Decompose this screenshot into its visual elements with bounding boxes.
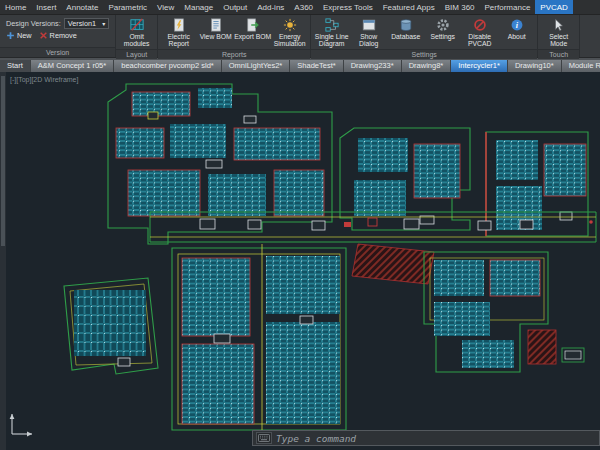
pv-array[interactable] bbox=[274, 170, 324, 216]
show-dialog-button[interactable]: Show Dialog bbox=[350, 16, 387, 48]
menu-manage[interactable]: Manage bbox=[179, 0, 218, 14]
pv-array[interactable] bbox=[490, 260, 540, 296]
menu-output[interactable]: Output bbox=[218, 0, 252, 14]
energy-simulation-button[interactable]: Energy Simulation bbox=[271, 16, 308, 48]
new-version-label: New bbox=[17, 31, 32, 40]
pv-array[interactable] bbox=[434, 302, 490, 336]
settings-group-label[interactable]: Settings bbox=[311, 49, 537, 59]
menu-express-tools[interactable]: Express Tools bbox=[318, 0, 378, 14]
menu-annotate[interactable]: Annotate bbox=[61, 0, 103, 14]
omit-modules-icon bbox=[130, 18, 144, 32]
energy-simulation-sun-icon bbox=[283, 18, 297, 32]
settings-button[interactable]: Settings bbox=[424, 16, 461, 48]
left-scrollbar-thumb[interactable] bbox=[1, 76, 5, 246]
roof-equipment bbox=[560, 212, 572, 220]
pv-array[interactable] bbox=[266, 256, 340, 314]
tab-drawing8[interactable]: Drawing8* bbox=[402, 60, 452, 72]
pv-array[interactable] bbox=[182, 258, 250, 336]
database-label: Database bbox=[391, 33, 420, 40]
site-plan-drawing[interactable]: [-][Top][2D Wireframe] bbox=[0, 72, 600, 450]
keepout-hatch-area bbox=[528, 330, 556, 364]
tab-drawing10[interactable]: Drawing10* bbox=[508, 60, 562, 72]
command-line-bar[interactable]: Type a command bbox=[252, 430, 600, 446]
pv-array[interactable] bbox=[462, 340, 514, 368]
single-line-diagram-button[interactable]: Single Line Diagram bbox=[313, 16, 350, 48]
keyboard-icon[interactable] bbox=[256, 432, 272, 444]
pv-array[interactable] bbox=[358, 138, 408, 172]
pv-array[interactable] bbox=[182, 344, 254, 424]
menu-parametric[interactable]: Parametric bbox=[103, 0, 152, 14]
building-southwest bbox=[64, 278, 158, 374]
menu-pvcad[interactable]: PVCAD bbox=[535, 0, 573, 14]
view-bom-icon bbox=[209, 18, 223, 32]
about-button[interactable]: i About bbox=[498, 16, 535, 48]
pv-array[interactable] bbox=[170, 124, 226, 158]
tab-start[interactable]: Start bbox=[0, 60, 31, 72]
roof-equipment bbox=[148, 112, 158, 119]
pv-array[interactable] bbox=[132, 92, 190, 116]
database-button[interactable]: Database bbox=[387, 16, 424, 48]
pv-array[interactable] bbox=[354, 180, 406, 216]
tab-intercycler1-active[interactable]: Intercycler1* bbox=[451, 60, 508, 72]
pv-array[interactable] bbox=[266, 322, 340, 424]
disable-no-entry-icon bbox=[473, 18, 487, 32]
alert-marker bbox=[368, 218, 377, 226]
remove-version-button[interactable]: Remove bbox=[39, 31, 81, 40]
select-mode-button[interactable]: Select Mode bbox=[540, 16, 577, 48]
view-bom-label: View BOM bbox=[200, 33, 232, 40]
tab-am-concept[interactable]: A&M Concept 1 r05* bbox=[31, 60, 114, 72]
ucs-axis-icon bbox=[10, 414, 32, 436]
building-northeast bbox=[486, 132, 593, 236]
version-select-value: Version1 bbox=[68, 19, 96, 28]
touch-group-label[interactable]: Touch bbox=[538, 49, 579, 59]
command-prompt-input[interactable]: Type a command bbox=[276, 433, 356, 444]
pv-array[interactable] bbox=[544, 144, 586, 196]
pv-array[interactable] bbox=[496, 186, 542, 230]
ribbon-group-layout: Omit modules Layout bbox=[116, 15, 158, 57]
version-select[interactable]: Version1 ▾ bbox=[64, 18, 109, 29]
pv-array[interactable] bbox=[434, 260, 484, 296]
select-cursor-icon bbox=[552, 18, 566, 32]
left-scrollbar[interactable] bbox=[0, 72, 6, 450]
model-space-canvas[interactable]: [-][Top][2D Wireframe] bbox=[0, 72, 600, 450]
menu-featured-apps[interactable]: Featured Apps bbox=[378, 0, 440, 14]
view-bom-button[interactable]: View BOM bbox=[197, 16, 234, 48]
pv-array[interactable] bbox=[74, 290, 146, 356]
layout-group-label[interactable]: Layout bbox=[116, 49, 157, 59]
menu-home[interactable]: Home bbox=[0, 0, 31, 14]
pv-array[interactable] bbox=[208, 174, 266, 216]
new-version-button[interactable]: New bbox=[6, 31, 36, 40]
pv-array[interactable] bbox=[116, 128, 164, 158]
remove-version-label: Remove bbox=[50, 31, 77, 40]
menu-add-ins[interactable]: Add-ins bbox=[252, 0, 289, 14]
menu-insert[interactable]: Insert bbox=[31, 0, 61, 14]
pv-array[interactable] bbox=[234, 128, 320, 160]
disable-pvcad-label: Disable PVCAD bbox=[461, 33, 498, 48]
electric-report-button[interactable]: Electric Report bbox=[160, 16, 197, 48]
reports-group-label[interactable]: Reports bbox=[158, 49, 310, 59]
tab-beachcomber[interactable]: beachcomber pvcomp2 sld* bbox=[114, 60, 222, 72]
tab-omnilight[interactable]: OmniLightYes2* bbox=[222, 60, 291, 72]
pvcad-app-window: Home Insert Annotate Parametric View Man… bbox=[0, 0, 600, 450]
version-group-label[interactable]: Version bbox=[0, 47, 115, 57]
menu-view[interactable]: View bbox=[152, 0, 179, 14]
tab-shadetest[interactable]: ShadeTest* bbox=[290, 60, 343, 72]
tab-drawing233[interactable]: Drawing233* bbox=[344, 60, 402, 72]
omit-modules-button[interactable]: Omit modules bbox=[118, 16, 155, 48]
menu-performance[interactable]: Performance bbox=[480, 0, 536, 14]
pv-array[interactable] bbox=[198, 88, 232, 108]
design-versions-label: Design Versions: bbox=[6, 19, 61, 28]
pv-array[interactable] bbox=[496, 140, 538, 180]
alert-marker bbox=[589, 220, 593, 224]
database-icon bbox=[399, 18, 413, 32]
pv-array[interactable] bbox=[128, 170, 200, 216]
about-info-icon: i bbox=[510, 18, 524, 32]
menu-bim-360[interactable]: BIM 360 bbox=[440, 0, 480, 14]
disable-pvcad-button[interactable]: Disable PVCAD bbox=[461, 16, 498, 48]
menu-a360[interactable]: A360 bbox=[289, 0, 318, 14]
show-dialog-label: Show Dialog bbox=[350, 33, 387, 48]
viewport-controls-label[interactable]: [-][Top][2D Wireframe] bbox=[10, 76, 79, 84]
pv-array[interactable] bbox=[414, 144, 460, 198]
export-bom-button[interactable]: Export BOM bbox=[234, 16, 271, 48]
tab-module-racking[interactable]: Module Racking... bbox=[562, 60, 600, 72]
